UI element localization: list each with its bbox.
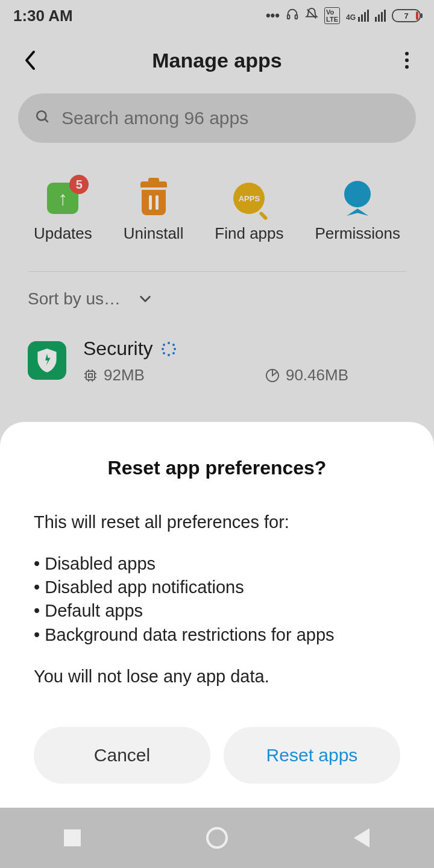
cancel-button[interactable]: Cancel: [34, 727, 210, 784]
recents-button[interactable]: [54, 820, 90, 856]
system-nav-bar: [0, 808, 434, 868]
dialog-list-item: Default apps: [34, 599, 400, 623]
dialog-footer: You will not lose any app data.: [34, 665, 400, 688]
dialog-list-item: Background data restrictions for apps: [34, 623, 400, 647]
home-button[interactable]: [199, 820, 235, 856]
dialog-list: Disabled apps Disabled app notifications…: [34, 552, 400, 647]
dialog-intro: This will reset all preferences for:: [34, 511, 400, 534]
dialog-list-item: Disabled apps: [34, 552, 400, 576]
dialog-body: This will reset all preferences for: Dis…: [34, 511, 400, 708]
dialog-title: Reset app preferences?: [34, 457, 400, 479]
back-nav-button[interactable]: [344, 820, 380, 856]
reset-apps-button[interactable]: Reset apps: [224, 727, 400, 784]
dialog-list-item: Disabled app notifications: [34, 576, 400, 599]
reset-preferences-dialog: Reset app preferences? This will reset a…: [0, 422, 434, 808]
